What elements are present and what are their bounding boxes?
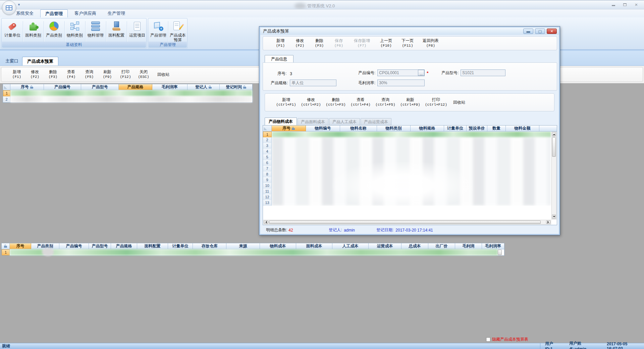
row-number[interactable]: 12 bbox=[263, 194, 272, 200]
column-header[interactable]: 毛利润率 bbox=[152, 84, 187, 90]
hide-budget-table-checkbox[interactable] bbox=[486, 337, 490, 342]
gross-margin-field[interactable] bbox=[377, 80, 425, 86]
scroll-down-icon[interactable] bbox=[552, 214, 556, 219]
row-number[interactable]: 8 bbox=[263, 171, 272, 177]
column-header[interactable]: 序号 bbox=[10, 84, 44, 90]
select-all-corner[interactable] bbox=[3, 84, 10, 90]
tab-fabric-cost[interactable]: 产品面料成本 bbox=[298, 118, 328, 125]
dialog-delete-button[interactable]: 删除(F3) bbox=[312, 38, 327, 48]
product-model-field[interactable] bbox=[461, 69, 505, 76]
column-header[interactable]: 计量单位 bbox=[168, 243, 193, 249]
column-header[interactable]: 来源 bbox=[226, 243, 260, 249]
bottom-table-scroll-grip[interactable] bbox=[498, 250, 502, 255]
minimize-icon[interactable] bbox=[608, 2, 619, 7]
row-number[interactable]: 7 bbox=[263, 166, 272, 171]
mdi-tab-product-cost-budget[interactable]: 产品成本预算 bbox=[22, 57, 58, 65]
tab-product-management[interactable]: 产品管理 bbox=[40, 9, 68, 17]
list-search-button[interactable]: 查询(F5) bbox=[83, 69, 96, 80]
column-header[interactable]: 物料规格 bbox=[411, 126, 444, 132]
ribbon-button-product-cost-budget[interactable]: 产品成本预算 bbox=[168, 20, 187, 43]
dialog-close-icon[interactable]: ✕ bbox=[547, 29, 557, 34]
column-header-sorted[interactable]: 序号 bbox=[10, 243, 31, 249]
column-header[interactable]: 运营成本 bbox=[369, 243, 401, 249]
vertical-scroll-thumb[interactable] bbox=[552, 137, 556, 157]
column-header[interactable]: 面料成本 bbox=[296, 243, 332, 249]
detail-search-button[interactable]: 查询(ctrl+F5) bbox=[374, 97, 396, 107]
detail-view-button[interactable]: 查看(ctrl+F4) bbox=[350, 97, 372, 107]
column-header[interactable]: 计量单位 bbox=[444, 126, 467, 132]
product-spec-field[interactable] bbox=[290, 80, 336, 86]
row-number[interactable]: 3 bbox=[263, 143, 272, 149]
column-header[interactable]: 人工成本 bbox=[332, 243, 369, 249]
column-header[interactable]: 出厂价 bbox=[428, 243, 455, 249]
column-header[interactable]: 存放仓库 bbox=[193, 243, 226, 249]
list-refresh-button[interactable]: 刷新(F9) bbox=[101, 69, 114, 80]
scroll-left-icon[interactable] bbox=[264, 220, 268, 224]
column-header[interactable]: 数量 bbox=[487, 126, 506, 132]
app-menu-orb[interactable] bbox=[2, 1, 16, 15]
list-add-button[interactable]: 新增(F1) bbox=[10, 69, 23, 80]
tab-production-management[interactable]: 生产管理 bbox=[103, 9, 130, 17]
column-header[interactable]: 毛利润 bbox=[455, 243, 482, 249]
detail-refresh-button[interactable]: 刷新(ctrl+F9) bbox=[399, 97, 421, 107]
column-header[interactable]: 毛利润率 bbox=[482, 243, 504, 249]
column-header[interactable]: 登记人 bbox=[187, 84, 220, 90]
ribbon-button-product-category[interactable]: 产品类别 bbox=[44, 20, 64, 43]
scroll-up-icon[interactable] bbox=[552, 132, 556, 137]
mdi-tab-main-window[interactable]: 主窗口 bbox=[1, 57, 23, 65]
horizontal-scrollbar[interactable] bbox=[263, 220, 551, 225]
horizontal-scroll-thumb[interactable] bbox=[269, 220, 541, 224]
vertical-scrollbar[interactable] bbox=[551, 132, 556, 219]
column-header[interactable]: 产品编号 bbox=[59, 243, 89, 249]
list-view-button[interactable]: 查看(F4) bbox=[64, 69, 78, 80]
dialog-edit-button[interactable]: 修改(F2) bbox=[292, 38, 307, 48]
ribbon-button-product-management[interactable]: + 产品管理 bbox=[148, 20, 168, 43]
ribbon-button-operation-item[interactable]: 运营项目 bbox=[127, 20, 147, 43]
tab-product-info[interactable]: 产品信息 bbox=[265, 55, 293, 63]
column-header-sorted[interactable]: 产品规格 bbox=[119, 84, 152, 90]
column-header[interactable]: 物料名称 bbox=[340, 126, 377, 132]
detail-edit-button[interactable]: 修改(ctrl+F2) bbox=[300, 97, 322, 107]
dialog-titlebar[interactable]: 产品成本预算 ▬ ▢ ✕ bbox=[260, 28, 559, 35]
column-header[interactable]: 物料类别 bbox=[377, 126, 411, 132]
dialog-prev-page-button[interactable]: 上一页(F10) bbox=[378, 38, 394, 48]
row-number[interactable]: 1 bbox=[3, 90, 10, 96]
column-header[interactable]: 面料配置 bbox=[137, 243, 168, 249]
ribbon-button-material-category[interactable]: 物料类别 bbox=[65, 20, 85, 43]
ribbon-button-unit[interactable]: 计量单位 bbox=[2, 20, 22, 43]
tab-customer-supplier[interactable]: 客户供应商 bbox=[70, 9, 101, 17]
detail-recycle-bin-button[interactable]: 回收站 bbox=[451, 100, 468, 105]
column-header[interactable]: 产品规格 bbox=[111, 243, 137, 249]
column-header[interactable]: 预设单价 bbox=[467, 126, 487, 132]
close-icon[interactable]: × bbox=[631, 2, 641, 7]
row-number[interactable]: 1 bbox=[263, 132, 272, 137]
row-number[interactable]: 2 bbox=[3, 96, 10, 102]
column-header-sorted[interactable]: 序号 bbox=[272, 126, 306, 132]
column-header[interactable]: 产品型号 bbox=[89, 243, 111, 249]
ribbon-button-fabric-category[interactable]: 面料类别 bbox=[23, 20, 43, 43]
select-all-corner[interactable] bbox=[263, 126, 272, 132]
ribbon-button-material-management[interactable]: 物料管理 bbox=[86, 20, 106, 43]
detail-print-button[interactable]: 打印(ctrl+F12) bbox=[424, 97, 448, 107]
row-number[interactable]: 6 bbox=[263, 160, 272, 166]
dialog-save-button[interactable]: 保存(F6) bbox=[331, 38, 346, 48]
row-number[interactable]: 13 bbox=[263, 200, 272, 206]
tab-operation-cost[interactable]: 产品运营成本 bbox=[361, 118, 391, 125]
detail-add-button[interactable]: 新增(ctrl+F1) bbox=[275, 97, 297, 107]
dialog-save-new-button[interactable]: 保存新增(F7) bbox=[351, 38, 373, 48]
row-number[interactable]: 5 bbox=[263, 154, 272, 160]
tab-labor-cost[interactable]: 产品人工成本 bbox=[329, 118, 360, 125]
row-number[interactable]: 1 bbox=[2, 249, 10, 255]
row-number[interactable]: 11 bbox=[263, 189, 272, 194]
scroll-right-icon[interactable] bbox=[546, 220, 550, 224]
product-code-field[interactable] bbox=[377, 69, 425, 76]
column-header[interactable]: 产品编号 bbox=[44, 84, 82, 90]
column-header[interactable]: 总成本 bbox=[401, 243, 428, 249]
dialog-add-button[interactable]: 新增(F1) bbox=[273, 38, 288, 48]
column-header[interactable]: 登记时间 bbox=[220, 84, 252, 90]
dialog-back-to-list-button[interactable]: 返回列表(F8) bbox=[421, 38, 441, 48]
list-edit-button[interactable]: 修改(F2) bbox=[28, 69, 42, 80]
dialog-minimize-icon[interactable]: ▬ bbox=[523, 29, 533, 34]
column-header[interactable]: 产品型号 bbox=[81, 84, 119, 90]
tab-material-cost[interactable]: 产品物料成本 bbox=[265, 117, 297, 125]
